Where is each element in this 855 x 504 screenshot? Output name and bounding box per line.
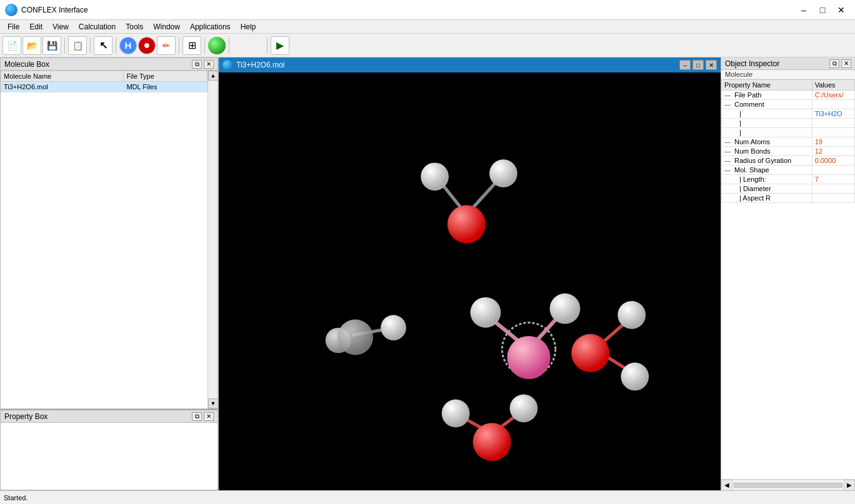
inspector-hscroll: ◀ ▶	[721, 479, 855, 490]
prop-value-cell: 7	[812, 175, 854, 184]
scroll-down-button[interactable]: ▼	[208, 398, 218, 408]
prop-name-cell: — Comment	[722, 100, 812, 109]
viewer-minimize-button[interactable]: –	[679, 60, 691, 70]
property-box-header: Property Box ⧉ ✕	[1, 410, 218, 423]
svg-point-17	[618, 301, 646, 329]
prop-name-cell: | Length:	[722, 175, 812, 184]
menu-help[interactable]: Help	[236, 21, 261, 32]
object-inspector-panel: Object Inspector ⧉ ✕ Molecule Property N…	[721, 57, 855, 490]
molecule-box-scrollbar[interactable]: ▲ ▼	[208, 71, 218, 408]
hscroll-track[interactable]	[734, 483, 842, 488]
expand-icon: —	[724, 148, 731, 155]
menu-edit[interactable]: Edit	[24, 21, 48, 32]
app-logo-icon	[5, 4, 18, 16]
play-button[interactable]: ▶	[271, 36, 289, 55]
property-box-restore-button[interactable]: ⧉	[192, 412, 202, 421]
molecule-box-content: Molecule Name File Type Ti3+H2O6.mol MDL…	[1, 71, 218, 408]
menu-tools[interactable]: Tools	[121, 21, 148, 32]
file-type-cell: MDL Files	[124, 82, 208, 92]
prop-name-cell: |	[722, 119, 812, 128]
viewer-logo-icon	[222, 60, 232, 70]
property-box-content	[1, 423, 218, 490]
menu-applications[interactable]: Applications	[185, 21, 236, 32]
stop-button[interactable]: ●	[138, 37, 156, 54]
hscroll-right-button[interactable]: ▶	[844, 480, 855, 491]
status-text: Started.	[4, 494, 28, 502]
new-button[interactable]: 📄	[2, 36, 21, 55]
molecule-box-restore-button[interactable]: ⧉	[192, 60, 202, 69]
molecule-viewer-container: Ti3+H2O6.mol – □ ✕	[219, 57, 721, 490]
status-bar: Started.	[0, 490, 855, 504]
prop-name-cell: | Diameter	[722, 184, 812, 194]
toolbar-sep-1	[64, 37, 65, 54]
copy-button[interactable]: 📋	[68, 36, 87, 55]
prop-label: Num Atoms	[734, 138, 770, 146]
inspector-close-button[interactable]: ✕	[841, 59, 851, 68]
molecule-canvas[interactable]	[219, 72, 721, 490]
prop-label: Mol. Shape	[734, 166, 769, 174]
menu-calculation[interactable]: Calculation	[74, 21, 121, 32]
prop-value-cell	[812, 119, 854, 128]
viewer-close-button[interactable]: ✕	[706, 60, 717, 70]
molecule-box-close-button[interactable]: ✕	[204, 60, 214, 69]
inspector-controls: ⧉ ✕	[829, 59, 851, 68]
table-row: — Num Atoms 19	[722, 137, 855, 147]
svg-point-8	[338, 319, 373, 355]
col-property-name: Property Name	[722, 80, 812, 91]
inspector-header: Object Inspector ⧉ ✕	[721, 57, 855, 70]
menu-file[interactable]: File	[2, 21, 24, 32]
toolbar: 📄 📂 💾 📋 ↖ H ● ✏ ⊞ ▶	[0, 34, 855, 57]
table-row[interactable]: Ti3+H2O6.mol MDL Files	[1, 82, 208, 92]
col-values: Values	[812, 80, 854, 91]
col-file-type: File Type	[124, 71, 208, 82]
prop-value-cell	[812, 128, 854, 137]
expand-icon[interactable]: —	[724, 101, 731, 108]
menu-bar: File Edit View Calculation Tools Window …	[0, 20, 855, 34]
close-button[interactable]: ✕	[832, 3, 850, 17]
toolbar-sep-5	[204, 37, 205, 54]
table-row: |	[722, 119, 855, 128]
table-row: — Comment	[722, 100, 855, 109]
svg-point-24	[473, 423, 511, 461]
H-button[interactable]: H	[119, 37, 137, 54]
inspector-restore-button[interactable]: ⧉	[829, 59, 839, 68]
svg-point-14	[507, 336, 550, 379]
molecule-box-header: Molecule Box ⧉ ✕	[1, 58, 218, 71]
viewer-maximize-button[interactable]: □	[692, 60, 704, 70]
ball-button[interactable]	[208, 37, 226, 54]
hscroll-left-button[interactable]: ◀	[721, 480, 732, 491]
grid-button[interactable]: ⊞	[182, 36, 201, 55]
maximize-button[interactable]: □	[814, 3, 831, 17]
scroll-up-button[interactable]: ▲	[208, 71, 218, 81]
table-row: — Mol. Shape	[722, 166, 855, 175]
svg-point-19	[571, 334, 609, 372]
svg-point-18	[621, 363, 649, 391]
property-box-close-button[interactable]: ✕	[204, 412, 214, 421]
prop-name-cell: — Radius of Gyration	[722, 156, 812, 166]
table-row: — Num Bonds 12	[722, 147, 855, 156]
prop-name-cell: — Num Atoms	[722, 137, 812, 147]
menu-window[interactable]: Window	[148, 21, 185, 32]
save-button[interactable]: 💾	[42, 36, 61, 55]
scroll-track	[208, 81, 218, 398]
prop-sub-label: Length:	[743, 175, 766, 183]
minimize-button[interactable]: –	[795, 3, 812, 17]
prop-indent: |	[724, 185, 741, 192]
expand-icon[interactable]: —	[724, 167, 731, 174]
prop-sub-label: Aspect R	[742, 194, 771, 202]
prop-name-cell: |	[722, 128, 812, 137]
svg-point-13	[471, 297, 501, 328]
open-button[interactable]: 📂	[22, 36, 41, 55]
prop-name-cell: |	[722, 109, 812, 119]
molecule-box-controls: ⧉ ✕	[192, 60, 214, 69]
svg-point-7	[381, 315, 406, 340]
molecule-box: Molecule Box ⧉ ✕ Molecule Name File Type	[0, 57, 218, 409]
svg-point-4	[448, 205, 486, 244]
toolbar-sep-3	[116, 37, 116, 54]
expand-icon[interactable]: —	[724, 92, 731, 99]
table-row: |	[722, 128, 855, 137]
menu-view[interactable]: View	[48, 21, 74, 32]
cursor-button[interactable]: ↖	[94, 36, 112, 55]
property-box-title: Property Box	[4, 412, 48, 421]
pencil-button[interactable]: ✏	[157, 36, 176, 55]
